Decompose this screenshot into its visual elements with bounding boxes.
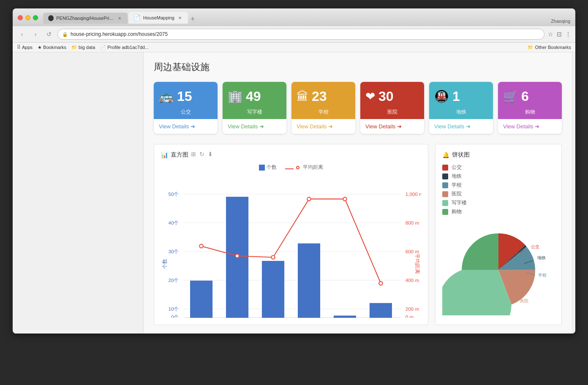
card-office-link[interactable]: View Details ➔ bbox=[228, 123, 264, 130]
table-icon[interactable]: ⊞ bbox=[191, 151, 196, 157]
maximize-button[interactable] bbox=[33, 15, 38, 20]
card-hospital-link[interactable]: View Details ➔ bbox=[365, 123, 402, 130]
card-hospital: ❤ 30 医院 View Details ➔ bbox=[360, 82, 424, 134]
arrow-icon: ➔ bbox=[328, 123, 333, 130]
card-office-label: 写字楼 bbox=[223, 108, 286, 119]
extensions-icon[interactable]: ⊡ bbox=[557, 31, 562, 38]
chart-legend: 个数 平均距离 bbox=[161, 164, 421, 171]
arrow-icon: ➔ bbox=[259, 123, 264, 130]
pie-color-bus bbox=[442, 165, 448, 171]
pie-legend-school: 学校 bbox=[442, 182, 555, 189]
pie-color-school bbox=[442, 182, 448, 188]
svg-text:600 m: 600 m bbox=[406, 249, 419, 254]
menu-icon[interactable]: ⋮ bbox=[565, 31, 571, 38]
bookmark-profile-label: Profile adb1ac7dd... bbox=[107, 45, 149, 50]
pie-label-shopping: 购物 bbox=[480, 240, 489, 245]
hospital-icon: ❤ bbox=[365, 89, 375, 103]
pie-color-hospital bbox=[442, 191, 448, 197]
pie-label-metro: 地铁 bbox=[537, 255, 546, 260]
card-shopping: 🛒 6 购物 View Details ➔ bbox=[498, 82, 562, 134]
bookmark-profile[interactable]: 📄 Profile adb1ac7dd... bbox=[100, 45, 149, 50]
svg-text:400 m: 400 m bbox=[406, 277, 419, 283]
card-shopping-label: 购物 bbox=[498, 108, 562, 119]
avg-dist-legend-dot bbox=[296, 166, 299, 169]
card-school-bottom: View Details ➔ bbox=[291, 119, 355, 134]
back-button[interactable]: ‹ bbox=[17, 29, 27, 39]
svg-text:40个: 40个 bbox=[169, 220, 179, 225]
other-bookmarks[interactable]: 📁 Other Bookmarks bbox=[528, 45, 571, 50]
pie-legend-bus: 公交 bbox=[442, 164, 555, 171]
scrollbar[interactable] bbox=[572, 52, 575, 333]
tab-housemapping[interactable]: 📄 HouseMapping ✕ bbox=[128, 12, 188, 24]
page-title: 周边基础设施 bbox=[154, 61, 562, 73]
reload-button[interactable]: ↺ bbox=[44, 29, 54, 39]
svg-text:平均距离: 平均距离 bbox=[415, 254, 420, 274]
card-shopping-link[interactable]: View Details ➔ bbox=[503, 123, 539, 130]
minimize-button[interactable] bbox=[25, 15, 30, 20]
dot-bus bbox=[199, 244, 203, 248]
card-bus: 🚌 15 公交 View Details ➔ bbox=[154, 82, 218, 134]
card-metro-link[interactable]: View Details ➔ bbox=[434, 123, 471, 130]
pie-legend-metro: 地铁 bbox=[442, 173, 555, 180]
dot-school bbox=[271, 255, 275, 259]
svg-text:200 m: 200 m bbox=[406, 306, 419, 312]
bookmarks-bar: ⠿ Apps ★ Bookmarks 📁 big data 📄 Profile … bbox=[13, 43, 575, 52]
forward-button[interactable]: › bbox=[30, 29, 41, 39]
download-icon[interactable]: ⬇ bbox=[208, 151, 213, 157]
address-bar[interactable]: 🔒 house-pricing.herokuapp.com/houses/207… bbox=[57, 29, 544, 40]
office-icon: 🏢 bbox=[228, 89, 242, 103]
pie-segment-shopping bbox=[462, 233, 498, 270]
tab-github[interactable]: PENGZhaoqing/HousePricing ✕ bbox=[43, 13, 128, 24]
apps-grid-icon: ⠿ bbox=[17, 44, 21, 50]
card-metro-label: 地铁 bbox=[429, 108, 493, 119]
card-shopping-number: 6 bbox=[521, 89, 529, 104]
pie-legend: 公交 地铁 学校 医院 bbox=[442, 164, 555, 215]
tab-housemapping-close[interactable]: ✕ bbox=[177, 15, 183, 21]
star-icon[interactable]: ☆ bbox=[548, 31, 553, 38]
tabs-row: PENGZhaoqing/HousePricing ✕ 📄 HouseMappi… bbox=[43, 12, 570, 24]
svg-text:20个: 20个 bbox=[169, 277, 179, 283]
charts-row: 📊 直方图 ⊞ ↻ ⬇ 个数 bbox=[154, 144, 562, 325]
other-bookmarks-label: Other Bookmarks bbox=[535, 45, 571, 50]
school-icon: 🏛 bbox=[297, 89, 308, 103]
main-content: 周边基础设施 🚌 15 公交 View Details ➔ bbox=[144, 52, 572, 333]
card-office-top: 🏢 49 bbox=[223, 82, 286, 108]
card-school-label: 学校 bbox=[291, 108, 355, 119]
cards-row: 🚌 15 公交 View Details ➔ 🏢 4 bbox=[154, 82, 562, 134]
bookmark-bigdata[interactable]: 📁 big data bbox=[71, 45, 95, 50]
page-content: 周边基础设施 🚌 15 公交 View Details ➔ bbox=[13, 52, 575, 333]
card-bus-label: 公交 bbox=[154, 108, 218, 119]
histogram-title: 📊 直方图 ⊞ ↻ ⬇ bbox=[161, 151, 421, 159]
pie-color-office bbox=[442, 200, 448, 206]
file-icon: 📄 bbox=[133, 14, 141, 21]
bar-metro bbox=[334, 316, 356, 318]
close-button[interactable] bbox=[18, 15, 23, 20]
bookmark-bookmarks[interactable]: ★ Bookmarks bbox=[38, 45, 66, 50]
new-tab-button[interactable]: + bbox=[191, 15, 195, 24]
bookmark-apps[interactable]: ⠿ Apps bbox=[17, 44, 33, 50]
card-bus-link[interactable]: View Details ➔ bbox=[159, 123, 195, 130]
tab-github-close[interactable]: ✕ bbox=[117, 15, 122, 21]
card-hospital-top: ❤ 30 bbox=[360, 82, 424, 108]
card-school-top: 🏛 23 bbox=[291, 82, 355, 108]
card-shopping-bottom: View Details ➔ bbox=[498, 119, 562, 134]
svg-text:50个: 50个 bbox=[169, 191, 179, 197]
tab-github-label: PENGZhaoqing/HousePricing bbox=[56, 16, 114, 21]
arrow-icon: ➔ bbox=[191, 123, 195, 130]
toolbar: ‹ › ↺ 🔒 house-pricing.herokuapp.com/hous… bbox=[13, 26, 575, 43]
card-hospital-bottom: View Details ➔ bbox=[360, 119, 424, 134]
card-office: 🏢 49 写字楼 View Details ➔ bbox=[223, 82, 286, 134]
arrow-icon: ➔ bbox=[535, 123, 539, 130]
folder-icon: 📁 bbox=[71, 45, 77, 50]
bar-bus bbox=[190, 281, 212, 318]
svg-text:0 m: 0 m bbox=[406, 314, 414, 318]
address-text: house-pricing.herokuapp.com/houses/2075 bbox=[71, 31, 540, 37]
card-school-link[interactable]: View Details ➔ bbox=[297, 123, 333, 130]
arrow-icon: ➔ bbox=[466, 123, 471, 130]
pie-title: 🔔 饼状图 bbox=[442, 151, 555, 159]
github-icon bbox=[48, 15, 54, 21]
card-metro-number: 1 bbox=[452, 89, 460, 104]
count-legend-box bbox=[259, 165, 265, 171]
refresh-icon[interactable]: ↻ bbox=[199, 151, 204, 157]
legend-avg-dist: 平均距离 bbox=[285, 164, 323, 171]
